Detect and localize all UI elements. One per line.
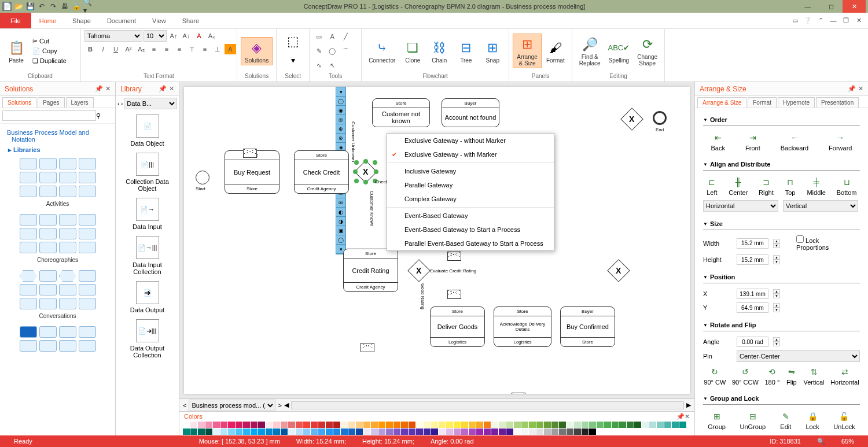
edit-group-btn[interactable]: ✎Edit — [780, 411, 792, 430]
color-swatch[interactable] — [484, 422, 491, 428]
color-swatch[interactable] — [183, 422, 190, 428]
color-swatch[interactable] — [251, 428, 258, 435]
hscrollbar[interactable] — [291, 401, 684, 409]
color-swatch[interactable] — [454, 422, 461, 428]
color-swatch[interactable] — [469, 422, 476, 428]
copy-button[interactable]: 📄 Copy — [30, 47, 69, 56]
choreographies-grid[interactable] — [3, 212, 112, 256]
pin-select[interactable]: Center-Center — [737, 350, 860, 362]
color-swatch[interactable] — [356, 428, 363, 435]
color-swatch[interactable] — [273, 428, 280, 435]
color-swatch[interactable] — [424, 428, 431, 435]
color-swatch[interactable] — [311, 422, 318, 428]
gateway-merge-top[interactable]: X — [620, 108, 643, 131]
y-input[interactable] — [737, 302, 768, 313]
color-swatch[interactable] — [311, 428, 318, 435]
color-swatch[interactable] — [559, 428, 566, 435]
section-order[interactable]: Order — [703, 114, 860, 126]
color-swatch[interactable] — [393, 428, 400, 435]
solutions-search[interactable] — [2, 110, 96, 121]
format-button[interactable]: 🖌Format — [543, 38, 568, 65]
gateway-merge-bottom[interactable]: X — [607, 259, 630, 282]
color-swatch[interactable] — [281, 422, 288, 428]
color-swatch[interactable] — [266, 428, 273, 435]
scroll-left-icon[interactable]: ◀ — [284, 401, 289, 409]
pin-icon[interactable]: 📌 — [676, 413, 685, 420]
close-panel-icon[interactable]: ✕ — [105, 85, 111, 93]
color-swatch[interactable] — [491, 428, 498, 435]
page-select[interactable]: Business process mod... (1/1) — [189, 400, 275, 411]
color-swatch[interactable] — [506, 422, 513, 428]
ungroup-btn[interactable]: ⊟UnGroup — [740, 411, 766, 430]
next-page-icon[interactable]: > — [278, 402, 281, 409]
width-input[interactable] — [737, 238, 768, 249]
print-icon[interactable]: 🖶 — [60, 2, 69, 11]
snap-button[interactable]: ⊞Snap — [480, 38, 505, 65]
arc-tool-icon[interactable]: ⌒ — [340, 46, 351, 56]
highlight-icon[interactable]: A — [225, 44, 236, 54]
search-icon[interactable]: ⚲ — [96, 112, 101, 119]
color-swatch[interactable] — [220, 422, 227, 428]
color-swatch[interactable] — [378, 428, 385, 435]
task-account-not-found[interactable]: BuyerAccount not found — [442, 98, 499, 127]
color-swatch[interactable] — [258, 428, 265, 435]
distribute-h-select[interactable]: Horizontal — [703, 200, 778, 212]
align-right[interactable]: ⊐Right — [759, 176, 774, 196]
library-select[interactable]: Data B... — [124, 98, 177, 109]
color-swatch[interactable] — [220, 428, 227, 435]
unlock-btn[interactable]: 🔓UnLock — [833, 411, 855, 430]
distribute-v-select[interactable]: Vertical — [783, 200, 858, 212]
color-swatch[interactable] — [574, 428, 581, 435]
color-swatch[interactable] — [514, 428, 521, 435]
x-input[interactable] — [737, 289, 768, 299]
color-swatch[interactable] — [409, 428, 415, 435]
color-swatch[interactable] — [461, 428, 468, 435]
color-swatch[interactable] — [506, 428, 513, 435]
flip-h[interactable]: ⇄Horizontal — [830, 366, 859, 386]
color-swatch[interactable] — [536, 422, 543, 428]
flip[interactable]: ⇋Flip — [786, 366, 797, 386]
connector-button[interactable]: ⤷Connector — [365, 38, 399, 65]
rotate-180[interactable]: ⟲180 ° — [764, 366, 779, 386]
color-swatch[interactable] — [318, 422, 325, 428]
align-right-icon[interactable]: ≡ — [174, 44, 185, 54]
activities-grid[interactable] — [3, 156, 112, 200]
ctx-inclusive[interactable]: Inclusive Gateway — [387, 164, 554, 178]
color-swatch[interactable] — [296, 422, 303, 428]
color-swatch[interactable] — [536, 428, 543, 435]
color-swatch[interactable] — [424, 422, 431, 428]
section-size[interactable]: Size — [703, 218, 860, 230]
valign-mid-icon[interactable]: ≡ — [199, 44, 211, 54]
rotate-ccw[interactable]: ↺90° CCW — [732, 366, 759, 386]
lock-proportions-check[interactable] — [796, 235, 804, 243]
color-swatch[interactable] — [303, 428, 310, 435]
color-swatch[interactable] — [273, 422, 280, 428]
inner-restore-icon[interactable]: ❐ — [841, 16, 851, 25]
ctx-complex[interactable]: Complex Gateway — [387, 192, 554, 206]
color-swatch[interactable] — [446, 428, 453, 435]
gateway-eval[interactable]: X — [407, 259, 431, 282]
valign-top-icon[interactable]: ⊤ — [186, 44, 198, 54]
section-position[interactable]: Position — [703, 271, 860, 283]
section-group[interactable]: Group and Lock — [703, 393, 860, 405]
ctx-event-based-start[interactable]: Event-Based Gateway to Start a Process — [387, 223, 554, 237]
tab-pages[interactable]: Pages — [38, 97, 64, 108]
color-swatch[interactable] — [416, 428, 423, 435]
color-swatch[interactable] — [288, 428, 295, 435]
color-swatch[interactable] — [627, 422, 634, 428]
color-swatch[interactable] — [190, 428, 197, 435]
line-tool-icon[interactable]: ╱ — [340, 31, 351, 42]
maximize-button[interactable]: ◻ — [819, 0, 843, 13]
zoom-out-icon[interactable]: 🔍 — [809, 438, 833, 445]
color-swatch[interactable] — [649, 422, 656, 428]
color-swatch[interactable] — [318, 428, 325, 435]
spelling-button[interactable]: ABC✔Spelling — [605, 38, 633, 65]
prev-page-icon[interactable]: < — [183, 402, 186, 409]
color-swatch[interactable] — [356, 422, 363, 428]
color-swatch[interactable] — [258, 422, 265, 428]
minimize-button[interactable]: — — [796, 0, 819, 13]
color-swatch[interactable] — [476, 422, 483, 428]
bold-icon[interactable]: B — [84, 44, 96, 54]
more-grid[interactable] — [3, 324, 112, 354]
redo-icon[interactable]: ↷ — [49, 2, 58, 11]
